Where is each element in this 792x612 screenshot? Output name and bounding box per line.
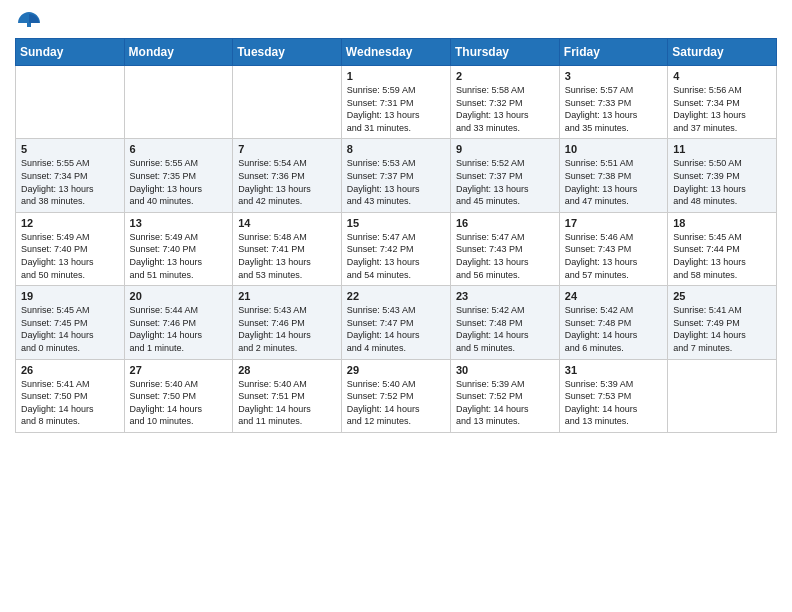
day-info: Sunrise: 5:51 AM Sunset: 7:38 PM Dayligh… [565, 157, 662, 207]
calendar-day-cell: 15Sunrise: 5:47 AM Sunset: 7:42 PM Dayli… [341, 212, 450, 285]
calendar-day-cell: 3Sunrise: 5:57 AM Sunset: 7:33 PM Daylig… [559, 66, 667, 139]
day-number: 23 [456, 290, 554, 302]
calendar-header-row: SundayMondayTuesdayWednesdayThursdayFrid… [16, 39, 777, 66]
calendar-day-cell: 5Sunrise: 5:55 AM Sunset: 7:34 PM Daylig… [16, 139, 125, 212]
day-number: 20 [130, 290, 228, 302]
calendar-day-cell: 9Sunrise: 5:52 AM Sunset: 7:37 PM Daylig… [450, 139, 559, 212]
day-number: 14 [238, 217, 336, 229]
calendar-day-cell: 11Sunrise: 5:50 AM Sunset: 7:39 PM Dayli… [668, 139, 777, 212]
calendar-week-row: 12Sunrise: 5:49 AM Sunset: 7:40 PM Dayli… [16, 212, 777, 285]
day-number: 1 [347, 70, 445, 82]
day-header-tuesday: Tuesday [233, 39, 342, 66]
calendar-day-cell: 16Sunrise: 5:47 AM Sunset: 7:43 PM Dayli… [450, 212, 559, 285]
day-number: 25 [673, 290, 771, 302]
calendar-day-cell: 21Sunrise: 5:43 AM Sunset: 7:46 PM Dayli… [233, 286, 342, 359]
calendar-table: SundayMondayTuesdayWednesdayThursdayFrid… [15, 38, 777, 433]
calendar-day-cell: 22Sunrise: 5:43 AM Sunset: 7:47 PM Dayli… [341, 286, 450, 359]
day-number: 29 [347, 364, 445, 376]
calendar-day-cell: 12Sunrise: 5:49 AM Sunset: 7:40 PM Dayli… [16, 212, 125, 285]
empty-day-cell [233, 66, 342, 139]
day-number: 22 [347, 290, 445, 302]
calendar-day-cell: 20Sunrise: 5:44 AM Sunset: 7:46 PM Dayli… [124, 286, 233, 359]
calendar-day-cell: 10Sunrise: 5:51 AM Sunset: 7:38 PM Dayli… [559, 139, 667, 212]
calendar-day-cell: 27Sunrise: 5:40 AM Sunset: 7:50 PM Dayli… [124, 359, 233, 432]
day-number: 15 [347, 217, 445, 229]
calendar-day-cell: 18Sunrise: 5:45 AM Sunset: 7:44 PM Dayli… [668, 212, 777, 285]
day-number: 2 [456, 70, 554, 82]
day-number: 4 [673, 70, 771, 82]
empty-day-cell [16, 66, 125, 139]
day-info: Sunrise: 5:55 AM Sunset: 7:35 PM Dayligh… [130, 157, 228, 207]
day-header-wednesday: Wednesday [341, 39, 450, 66]
calendar-day-cell: 13Sunrise: 5:49 AM Sunset: 7:40 PM Dayli… [124, 212, 233, 285]
day-info: Sunrise: 5:57 AM Sunset: 7:33 PM Dayligh… [565, 84, 662, 134]
calendar-day-cell: 19Sunrise: 5:45 AM Sunset: 7:45 PM Dayli… [16, 286, 125, 359]
calendar-day-cell: 4Sunrise: 5:56 AM Sunset: 7:34 PM Daylig… [668, 66, 777, 139]
day-info: Sunrise: 5:47 AM Sunset: 7:43 PM Dayligh… [456, 231, 554, 281]
empty-day-cell [668, 359, 777, 432]
day-number: 16 [456, 217, 554, 229]
day-info: Sunrise: 5:46 AM Sunset: 7:43 PM Dayligh… [565, 231, 662, 281]
day-number: 7 [238, 143, 336, 155]
day-number: 12 [21, 217, 119, 229]
day-number: 5 [21, 143, 119, 155]
calendar-day-cell: 6Sunrise: 5:55 AM Sunset: 7:35 PM Daylig… [124, 139, 233, 212]
day-info: Sunrise: 5:45 AM Sunset: 7:45 PM Dayligh… [21, 304, 119, 354]
day-number: 24 [565, 290, 662, 302]
day-info: Sunrise: 5:58 AM Sunset: 7:32 PM Dayligh… [456, 84, 554, 134]
day-info: Sunrise: 5:44 AM Sunset: 7:46 PM Dayligh… [130, 304, 228, 354]
svg-rect-0 [27, 23, 31, 27]
day-info: Sunrise: 5:49 AM Sunset: 7:40 PM Dayligh… [130, 231, 228, 281]
day-info: Sunrise: 5:39 AM Sunset: 7:53 PM Dayligh… [565, 378, 662, 428]
day-header-friday: Friday [559, 39, 667, 66]
calendar-week-row: 19Sunrise: 5:45 AM Sunset: 7:45 PM Dayli… [16, 286, 777, 359]
day-number: 17 [565, 217, 662, 229]
day-number: 3 [565, 70, 662, 82]
logo [15, 10, 47, 30]
calendar-day-cell: 2Sunrise: 5:58 AM Sunset: 7:32 PM Daylig… [450, 66, 559, 139]
calendar-day-cell: 17Sunrise: 5:46 AM Sunset: 7:43 PM Dayli… [559, 212, 667, 285]
empty-day-cell [124, 66, 233, 139]
calendar-day-cell: 1Sunrise: 5:59 AM Sunset: 7:31 PM Daylig… [341, 66, 450, 139]
calendar-week-row: 1Sunrise: 5:59 AM Sunset: 7:31 PM Daylig… [16, 66, 777, 139]
day-number: 8 [347, 143, 445, 155]
day-info: Sunrise: 5:42 AM Sunset: 7:48 PM Dayligh… [456, 304, 554, 354]
day-info: Sunrise: 5:59 AM Sunset: 7:31 PM Dayligh… [347, 84, 445, 134]
day-number: 21 [238, 290, 336, 302]
day-number: 26 [21, 364, 119, 376]
calendar-day-cell: 29Sunrise: 5:40 AM Sunset: 7:52 PM Dayli… [341, 359, 450, 432]
day-number: 9 [456, 143, 554, 155]
day-info: Sunrise: 5:43 AM Sunset: 7:47 PM Dayligh… [347, 304, 445, 354]
day-info: Sunrise: 5:40 AM Sunset: 7:52 PM Dayligh… [347, 378, 445, 428]
day-number: 30 [456, 364, 554, 376]
calendar-day-cell: 14Sunrise: 5:48 AM Sunset: 7:41 PM Dayli… [233, 212, 342, 285]
day-info: Sunrise: 5:42 AM Sunset: 7:48 PM Dayligh… [565, 304, 662, 354]
day-info: Sunrise: 5:41 AM Sunset: 7:50 PM Dayligh… [21, 378, 119, 428]
calendar-week-row: 5Sunrise: 5:55 AM Sunset: 7:34 PM Daylig… [16, 139, 777, 212]
day-info: Sunrise: 5:48 AM Sunset: 7:41 PM Dayligh… [238, 231, 336, 281]
day-info: Sunrise: 5:41 AM Sunset: 7:49 PM Dayligh… [673, 304, 771, 354]
calendar-day-cell: 23Sunrise: 5:42 AM Sunset: 7:48 PM Dayli… [450, 286, 559, 359]
calendar-day-cell: 31Sunrise: 5:39 AM Sunset: 7:53 PM Dayli… [559, 359, 667, 432]
day-info: Sunrise: 5:53 AM Sunset: 7:37 PM Dayligh… [347, 157, 445, 207]
calendar-day-cell: 8Sunrise: 5:53 AM Sunset: 7:37 PM Daylig… [341, 139, 450, 212]
day-header-monday: Monday [124, 39, 233, 66]
day-header-sunday: Sunday [16, 39, 125, 66]
day-info: Sunrise: 5:49 AM Sunset: 7:40 PM Dayligh… [21, 231, 119, 281]
day-number: 27 [130, 364, 228, 376]
calendar-day-cell: 24Sunrise: 5:42 AM Sunset: 7:48 PM Dayli… [559, 286, 667, 359]
logo-icon [15, 10, 43, 30]
day-info: Sunrise: 5:39 AM Sunset: 7:52 PM Dayligh… [456, 378, 554, 428]
day-info: Sunrise: 5:43 AM Sunset: 7:46 PM Dayligh… [238, 304, 336, 354]
calendar-day-cell: 26Sunrise: 5:41 AM Sunset: 7:50 PM Dayli… [16, 359, 125, 432]
day-info: Sunrise: 5:47 AM Sunset: 7:42 PM Dayligh… [347, 231, 445, 281]
day-info: Sunrise: 5:45 AM Sunset: 7:44 PM Dayligh… [673, 231, 771, 281]
calendar-week-row: 26Sunrise: 5:41 AM Sunset: 7:50 PM Dayli… [16, 359, 777, 432]
day-number: 19 [21, 290, 119, 302]
calendar-day-cell: 7Sunrise: 5:54 AM Sunset: 7:36 PM Daylig… [233, 139, 342, 212]
day-info: Sunrise: 5:40 AM Sunset: 7:50 PM Dayligh… [130, 378, 228, 428]
calendar-day-cell: 25Sunrise: 5:41 AM Sunset: 7:49 PM Dayli… [668, 286, 777, 359]
day-info: Sunrise: 5:54 AM Sunset: 7:36 PM Dayligh… [238, 157, 336, 207]
day-info: Sunrise: 5:40 AM Sunset: 7:51 PM Dayligh… [238, 378, 336, 428]
day-info: Sunrise: 5:52 AM Sunset: 7:37 PM Dayligh… [456, 157, 554, 207]
